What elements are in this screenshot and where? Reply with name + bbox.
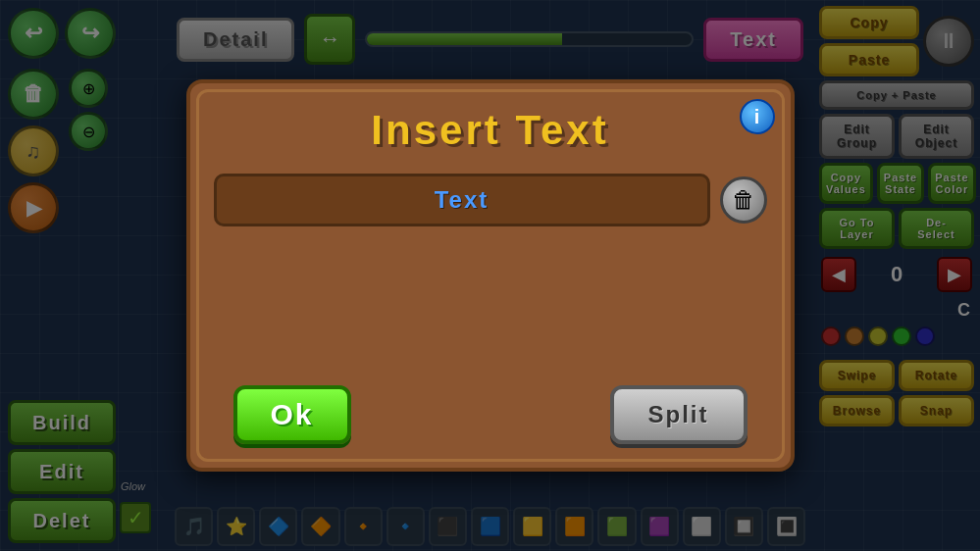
text-input-row: Text 🗑 xyxy=(214,174,767,226)
insert-text-modal: i Insert Text Text 🗑 Ok Split xyxy=(186,79,795,472)
text-input-field[interactable]: Text xyxy=(214,174,710,226)
trash-clear-button[interactable]: 🗑 xyxy=(720,176,767,224)
ok-button[interactable]: Ok xyxy=(233,385,351,444)
info-icon[interactable]: i xyxy=(740,99,775,134)
split-button[interactable]: Split xyxy=(610,385,748,444)
modal-spacer xyxy=(214,246,767,296)
modal-bottom-row: Ok Split xyxy=(214,385,767,444)
modal-title: Insert Text xyxy=(214,107,767,154)
modal-overlay: i Insert Text Text 🗑 Ok Split xyxy=(0,0,980,551)
modal-spacer-2 xyxy=(214,316,767,366)
